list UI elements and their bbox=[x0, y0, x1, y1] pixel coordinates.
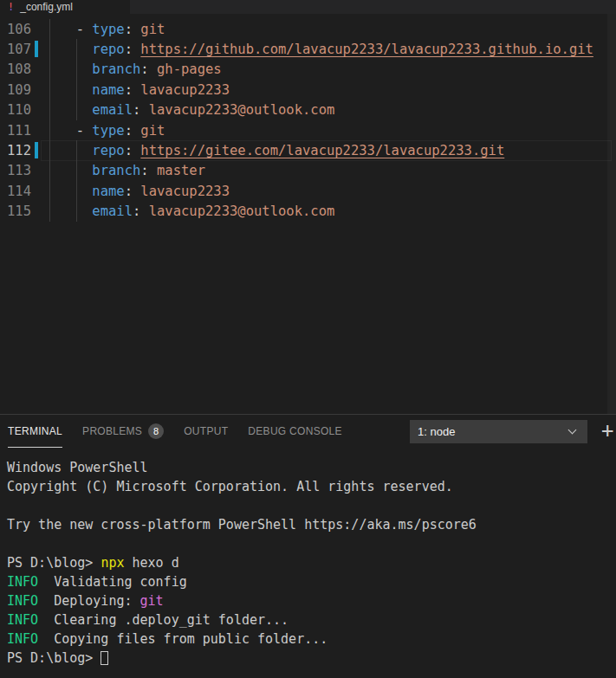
terminal-line: INFO Copying files from public folder... bbox=[7, 630, 616, 649]
terminal-line: PS D:\blog> bbox=[7, 649, 616, 668]
code-text: repo: https://github.com/lavacup2233/lav… bbox=[42, 42, 593, 57]
line-number: 107 bbox=[0, 42, 31, 57]
indent-guide bbox=[49, 19, 50, 222]
tab-label: _config.yml bbox=[20, 1, 73, 13]
terminal-picker-dropdown[interactable]: 1: node bbox=[410, 420, 587, 443]
editor-scrollbar[interactable] bbox=[607, 14, 616, 414]
panel-header: TERMINALPROBLEMS8OUTPUTDEBUG CONSOLE 1: … bbox=[0, 415, 616, 448]
terminal-cursor bbox=[101, 651, 108, 665]
panel-tab-problems[interactable]: PROBLEMS8 bbox=[82, 415, 164, 448]
terminal-line: INFO Clearing .deploy_git folder... bbox=[7, 610, 616, 630]
code-editor[interactable]: 106 - type: git107 repo: https://github.… bbox=[0, 14, 616, 414]
panel-tab-label: PROBLEMS bbox=[82, 425, 142, 437]
code-line-114[interactable]: 114 name: lavacup2233 bbox=[0, 181, 616, 201]
terminal-line bbox=[7, 496, 616, 515]
terminal-line: Windows PowerShell bbox=[7, 458, 616, 477]
terminal-line: Try the new cross-platform PowerShell ht… bbox=[7, 515, 616, 534]
problems-count-badge: 8 bbox=[148, 423, 164, 439]
new-terminal-button[interactable]: + bbox=[601, 417, 616, 443]
panel-tab-label: OUTPUT bbox=[184, 425, 228, 437]
line-number: 112 bbox=[0, 143, 31, 158]
terminal-line: Copyright (C) Microsoft Corporation. All… bbox=[7, 477, 616, 496]
code-text: branch: master bbox=[42, 163, 205, 178]
terminal-line: PS D:\blog> npx hexo d bbox=[7, 553, 616, 572]
code-line-107[interactable]: 107 repo: https://github.com/lavacup2233… bbox=[0, 39, 616, 59]
panel-tabs: TERMINALPROBLEMS8OUTPUTDEBUG CONSOLE bbox=[8, 415, 362, 448]
terminal-line: INFO Deploying: git bbox=[7, 591, 616, 610]
line-number: 109 bbox=[0, 82, 31, 98]
code-text: email: lavacup2233@outlook.com bbox=[42, 203, 334, 219]
line-number: 108 bbox=[0, 61, 31, 77]
yaml-file-icon: ! bbox=[8, 2, 14, 12]
panel-tab-terminal[interactable]: TERMINAL bbox=[8, 415, 62, 448]
code-text: name: lavacup2233 bbox=[42, 82, 230, 98]
line-number: 111 bbox=[0, 123, 31, 139]
code-text: name: lavacup2233 bbox=[42, 184, 230, 199]
bottom-panel: TERMINALPROBLEMS8OUTPUTDEBUG CONSOLE 1: … bbox=[0, 414, 616, 678]
line-number: 106 bbox=[0, 22, 31, 37]
editor-tab-bar: ! _config.yml bbox=[0, 0, 616, 14]
indent-guide bbox=[76, 39, 77, 120]
line-number: 114 bbox=[0, 184, 31, 199]
code-text: - type: git bbox=[42, 22, 165, 37]
line-number: 113 bbox=[0, 163, 31, 178]
panel-tab-debug-console[interactable]: DEBUG CONSOLE bbox=[248, 415, 342, 448]
terminal-picker-value: 1: node bbox=[418, 425, 455, 438]
line-number: 110 bbox=[0, 102, 31, 118]
code-text: repo: https://gitee.com/lavacup2233/lava… bbox=[42, 143, 504, 158]
editor-lines: 106 - type: git107 repo: https://github.… bbox=[0, 19, 616, 222]
code-line-110[interactable]: 110 email: lavacup2233@outlook.com bbox=[0, 100, 616, 120]
code-line-109[interactable]: 109 name: lavacup2233 bbox=[0, 80, 616, 100]
code-line-108[interactable]: 108 branch: gh-pages bbox=[0, 60, 616, 80]
indent-guide bbox=[76, 140, 77, 222]
code-line-106[interactable]: 106 - type: git bbox=[0, 19, 616, 39]
code-text: branch: gh-pages bbox=[42, 61, 222, 77]
line-number: 115 bbox=[0, 203, 31, 219]
terminal-line: INFO Validating config bbox=[7, 572, 616, 591]
terminal-line bbox=[7, 534, 616, 553]
panel-tab-label: DEBUG CONSOLE bbox=[248, 425, 342, 437]
panel-tab-label: TERMINAL bbox=[8, 425, 62, 437]
terminal-output[interactable]: Windows PowerShellCopyright (C) Microsof… bbox=[0, 448, 616, 668]
tab-config-yml[interactable]: ! _config.yml bbox=[0, 0, 130, 14]
panel-tab-output[interactable]: OUTPUT bbox=[184, 415, 228, 448]
chevron-down-icon bbox=[568, 426, 577, 435]
modified-gutter-indicator bbox=[35, 142, 38, 158]
code-line-113[interactable]: 113 branch: master bbox=[0, 161, 616, 181]
code-line-115[interactable]: 115 email: lavacup2233@outlook.com bbox=[0, 202, 616, 222]
code-text: email: lavacup2233@outlook.com bbox=[42, 102, 334, 118]
modified-gutter-indicator bbox=[35, 41, 38, 57]
code-text: - type: git bbox=[42, 123, 165, 139]
code-line-111[interactable]: 111 - type: git bbox=[0, 120, 616, 140]
code-line-112[interactable]: 112 repo: https://gitee.com/lavacup2233/… bbox=[0, 140, 616, 160]
